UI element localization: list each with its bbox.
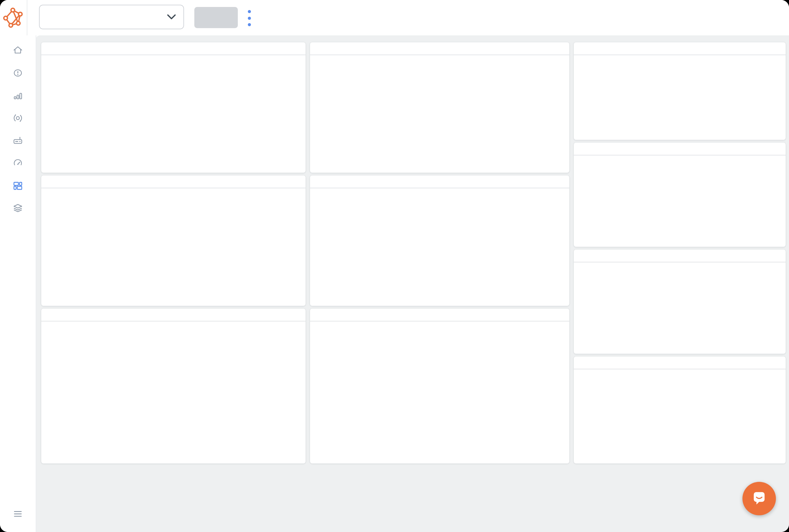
sidebar-item-issues[interactable]: [0, 58, 36, 80]
wan1-interface-chart[interactable]: [310, 188, 569, 306]
card-wan1-interface: [310, 175, 569, 306]
card-zoom-call-quality: [574, 357, 786, 463]
sidebar-item-devices[interactable]: [0, 126, 36, 148]
dashboard-selector[interactable]: [39, 5, 184, 29]
internet-sdwan-response-time-chart[interactable]: [41, 55, 306, 173]
card-underlay-isp2: [41, 309, 306, 463]
underlay-isp2-response-time-chart[interactable]: [41, 321, 306, 463]
card-zoom-http: [574, 250, 786, 354]
card-teams-http: [574, 42, 786, 140]
chat-launcher-button[interactable]: [742, 482, 776, 515]
sidebar-item-agents[interactable]: [0, 103, 36, 126]
chevron-down-icon: [167, 14, 176, 20]
underlay-isp1-response-time-chart[interactable]: [41, 188, 306, 306]
sidebar: [0, 35, 36, 532]
app-logo-icon: [3, 7, 24, 28]
teams-call-quality-chart[interactable]: [574, 155, 786, 247]
logo-section: [0, 0, 27, 35]
topbar: [0, 0, 789, 35]
hamburger-menu-icon: [13, 510, 23, 518]
column-1: [41, 42, 306, 463]
sidebar-menu-button[interactable]: [0, 510, 36, 520]
card-firewall-cpu: [310, 42, 569, 173]
sidebar-item-monitoring[interactable]: [0, 80, 36, 103]
column-3: [574, 42, 786, 463]
card-wan2-interface: [310, 309, 569, 463]
alert-circle-icon: [12, 68, 23, 79]
sidebar-item-speedtests[interactable]: [0, 148, 36, 171]
kebab-menu-icon[interactable]: [243, 10, 255, 26]
gauge-icon: [12, 158, 23, 169]
app-window: [0, 0, 789, 532]
home-icon: [12, 45, 23, 56]
wan2-interface-chart[interactable]: [310, 321, 569, 463]
card-underlay-isp1: [41, 175, 306, 306]
teams-http-duration-chart[interactable]: [574, 55, 786, 140]
router-icon: [12, 135, 23, 146]
chat-bubble-icon: [751, 490, 768, 507]
layers-icon: [12, 203, 23, 214]
card-teams-call-quality: [574, 142, 786, 247]
zoom-http-duration-chart[interactable]: [574, 262, 786, 354]
sidebar-item-apm[interactable]: [0, 193, 36, 216]
firewall-cpu-chart[interactable]: [310, 55, 569, 173]
agents-signal-icon: [12, 113, 23, 124]
card-internet-sdwan: [41, 42, 306, 173]
bar-chart-icon: [12, 90, 23, 101]
sidebar-item-home[interactable]: [0, 35, 36, 58]
sidebar-item-dashboards[interactable]: [0, 171, 36, 193]
dashboard-grid: [36, 35, 789, 532]
dashboards-icon: [12, 180, 23, 191]
column-2: [310, 42, 569, 463]
save-button[interactable]: [194, 7, 238, 28]
zoom-call-quality-chart[interactable]: [574, 369, 786, 463]
